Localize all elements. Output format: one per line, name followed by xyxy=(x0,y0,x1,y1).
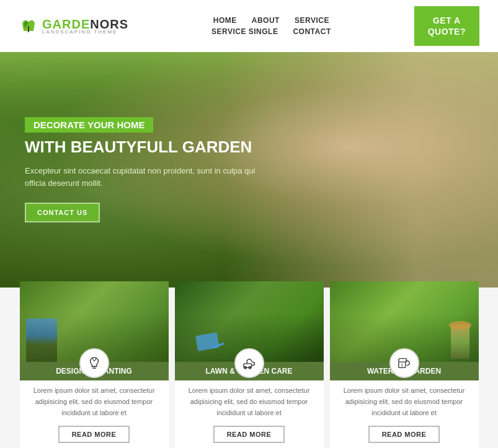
service-watering-icon-wrapper: WATERING GARDEN xyxy=(330,362,479,380)
hero-cta-button[interactable]: CONTACT US xyxy=(25,203,100,222)
services-section: DESIGN & PLANTING Lorem ipsum dolor sit … xyxy=(0,281,498,448)
service-design-icon xyxy=(79,348,109,378)
logo-tagline: LANDSCAPING THEME xyxy=(42,29,128,35)
hero-title: WITH BEAUTYFULL GARDEN xyxy=(25,138,260,157)
hero-description: Excepteur sint occaecat cupidatat non pr… xyxy=(25,165,260,191)
service-lawn-icon-wrapper: LAWN & GARDEN CARE xyxy=(175,362,324,380)
hero-content: DECORATE YOUR HOME WITH BEAUTYFULL GARDE… xyxy=(0,117,285,222)
service-lawn-icon xyxy=(234,348,264,378)
nav-home[interactable]: HOME xyxy=(213,16,237,25)
logo-icon xyxy=(19,15,38,37)
nav-row-1: HOME ABOUT SERVICE xyxy=(213,16,329,25)
get-quote-button[interactable]: GET A QUOTE? xyxy=(414,6,479,46)
service-lawn-readmore[interactable]: READ MORE xyxy=(213,426,285,443)
service-card-design: DESIGN & PLANTING Lorem ipsum dolor sit … xyxy=(20,281,169,448)
hero-section: DECORATE YOUR HOME WITH BEAUTYFULL GARDE… xyxy=(0,52,498,288)
service-design-icon-wrapper: DESIGN & PLANTING xyxy=(20,362,169,380)
nav-row-2: SERVICE SINGLE CONTACT xyxy=(211,27,331,36)
service-design-content: Lorem ipsum dolor sit amet, consectetur … xyxy=(20,380,169,448)
service-lawn-content: Lorem ipsum dolor sit amet, consectetur … xyxy=(175,380,324,448)
service-watering-content: Lorem ipsum dolor sit amet, consectetur … xyxy=(330,380,479,448)
service-design-desc: Lorem ipsum dolor sit amet, consectetur … xyxy=(29,385,160,418)
service-watering-desc: Lorem ipsum dolor sit amet, consectetur … xyxy=(339,385,470,418)
header: GARDENORS LANDSCAPING THEME HOME ABOUT S… xyxy=(0,0,498,52)
services-grid: DESIGN & PLANTING Lorem ipsum dolor sit … xyxy=(12,281,486,448)
logo-text: GARDENORS LANDSCAPING THEME xyxy=(42,17,128,35)
nav-contact[interactable]: CONTACT xyxy=(293,27,331,36)
service-watering-readmore[interactable]: READ MORE xyxy=(368,426,440,443)
nav-service[interactable]: SERVICE xyxy=(295,16,329,25)
service-watering-icon xyxy=(389,348,419,378)
hero-tag: DECORATE YOUR HOME xyxy=(25,117,153,133)
service-design-readmore[interactable]: READ MORE xyxy=(58,426,130,443)
nav-service-single[interactable]: SERVICE SINGLE xyxy=(211,27,278,36)
main-nav: HOME ABOUT SERVICE SERVICE SINGLE CONTAC… xyxy=(211,16,331,36)
logo: GARDENORS LANDSCAPING THEME xyxy=(19,15,128,37)
service-card-lawn: LAWN & GARDEN CARE Lorem ipsum dolor sit… xyxy=(175,281,324,448)
service-lawn-desc: Lorem ipsum dolor sit amet, consectetur … xyxy=(184,385,315,418)
service-card-watering: WATERING GARDEN Lorem ipsum dolor sit am… xyxy=(330,281,479,448)
nav-about[interactable]: ABOUT xyxy=(252,16,280,25)
